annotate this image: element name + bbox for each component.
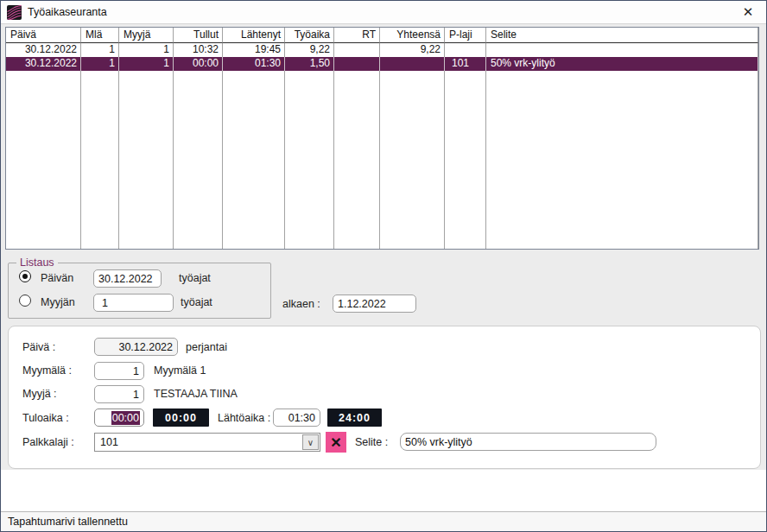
table-empty-column-7: [380, 71, 445, 249]
alkaen-date-input[interactable]: [333, 294, 416, 313]
table-cell-r0-c5[interactable]: 9,22: [285, 43, 334, 57]
table-empty-column-6: [334, 71, 380, 249]
table-cell-r1-c4[interactable]: 01:30: [223, 57, 285, 71]
table-cell-r1-c2[interactable]: 1: [119, 57, 174, 71]
table-cell-r0-c9[interactable]: [486, 43, 758, 57]
table-cell-r0-c6[interactable]: [334, 43, 380, 57]
palkkalaji-label: Palkkalaji :: [22, 436, 74, 448]
window-title: Työaikaseuranta: [28, 6, 107, 18]
column-header-8: P-laji: [445, 28, 486, 43]
selite-label: Selite :: [355, 436, 388, 448]
radio-paivan[interactable]: [19, 270, 31, 282]
app-window: Työaikaseuranta ✕ PäiväMläMyyjäTullutLäh…: [0, 0, 767, 532]
table-cell-r1-c3[interactable]: 00:00: [174, 57, 223, 71]
paiva-input[interactable]: [94, 338, 178, 356]
myymala-label: Myymälä :: [22, 364, 72, 377]
myymala-name-label: Myymälä 1: [154, 364, 206, 377]
myyjan-number-input[interactable]: [93, 294, 174, 312]
column-header-3: Tullut: [174, 28, 223, 43]
column-header-1: Mlä: [81, 28, 119, 43]
myyja-input[interactable]: [94, 385, 144, 403]
table-empty-column-4: [223, 71, 285, 249]
myymala-input[interactable]: [94, 362, 144, 380]
tuloaika-input[interactable]: 00:00: [94, 408, 144, 427]
table-cell-r0-c0[interactable]: 30.12.2022: [6, 43, 81, 57]
table-cell-r1-c1[interactable]: 1: [81, 57, 119, 71]
lahtoaika-input[interactable]: [273, 408, 320, 427]
alkaen-label: alkaen :: [282, 298, 320, 310]
column-header-4: Lähtenyt: [223, 28, 285, 43]
listaus-groupbox-title: Listaus: [16, 256, 58, 269]
worktime-table: PäiväMläMyyjäTullutLähtenytTyöaikaRTYhte…: [5, 27, 759, 250]
table-cell-r0-c7[interactable]: 9,22: [380, 43, 445, 57]
paivan-suffix-label: työajat: [179, 272, 211, 284]
palkkalaji-combobox[interactable]: 101 ∨: [94, 433, 320, 452]
myyja-label: Myyjä :: [22, 388, 57, 400]
table-cell-r1-c6[interactable]: [334, 57, 380, 71]
paivan-date-input[interactable]: [93, 269, 162, 288]
table-cell-r0-c4[interactable]: 19:45: [223, 43, 285, 57]
table-empty-column-2: [119, 71, 174, 249]
table-empty-column-8: [445, 71, 486, 249]
lahtoaika-badge: 24:00: [327, 408, 382, 427]
radio-myyjan-label: Myyjän: [41, 296, 75, 308]
table-cell-r1-c7[interactable]: [380, 57, 445, 71]
table-cell-r0-c1[interactable]: 1: [81, 43, 119, 57]
table-cell-r0-c3[interactable]: 10:32: [174, 43, 223, 57]
status-bar: Tapahtumarivi tallennettu: [1, 511, 766, 532]
radio-myyjan[interactable]: [19, 294, 31, 307]
table-cell-r1-c5[interactable]: 1,50: [285, 57, 334, 71]
palkkalaji-value: 101: [100, 436, 118, 448]
table-cell-r1-c9[interactable]: 50% vrk-ylityö: [486, 57, 758, 71]
table-cell-r0-c8[interactable]: [445, 43, 486, 57]
column-header-7: Yhteensä: [380, 28, 445, 43]
table-cell-r1-c8[interactable]: 101: [445, 57, 486, 71]
radio-paivan-label: Päivän: [41, 272, 73, 284]
table-empty-column-5: [285, 71, 334, 249]
column-header-6: RT: [334, 28, 380, 43]
column-header-9: Selite: [486, 28, 758, 43]
tuloaika-selected-text: 00:00: [111, 411, 140, 425]
tuloaika-badge: 00:00: [153, 408, 209, 427]
table-empty-column-1: [81, 71, 119, 249]
table-empty-column-0: [6, 71, 81, 249]
close-icon[interactable]: ✕: [737, 2, 759, 22]
toolbar-zone: OHJEF1UUSIF3TALLENNAF4◀F5▶F6LISTAF7POIST…: [1, 470, 766, 511]
myyja-name-label: TESTAAJA TIINA: [154, 388, 238, 400]
table-cell-r0-c2[interactable]: 1: [119, 43, 174, 57]
table-empty-column-3: [174, 71, 223, 249]
status-message: Tapahtumarivi tallennettu: [8, 516, 128, 528]
column-header-0: Päivä: [6, 28, 81, 43]
lahtoaika-label: Lähtöaika :: [218, 412, 270, 424]
paiva-weekday-label: perjantai: [186, 341, 227, 353]
table-empty-column-9: [486, 71, 758, 249]
clear-palkkalaji-icon[interactable]: ✕: [326, 432, 346, 453]
tuloaika-label: Tuloaika :: [22, 412, 69, 424]
column-header-5: Työaika: [285, 28, 334, 43]
myyjan-suffix-label: työajat: [181, 296, 212, 308]
table-cell-r1-c0[interactable]: 30.12.2022: [6, 57, 81, 71]
column-header-2: Myyjä: [119, 28, 174, 43]
chevron-down-icon[interactable]: ∨: [302, 434, 319, 450]
selite-input[interactable]: [400, 433, 656, 451]
title-bar: Työaikaseuranta ✕: [1, 1, 766, 24]
app-logo-icon: [7, 5, 22, 20]
paiva-label: Päivä :: [22, 341, 55, 353]
